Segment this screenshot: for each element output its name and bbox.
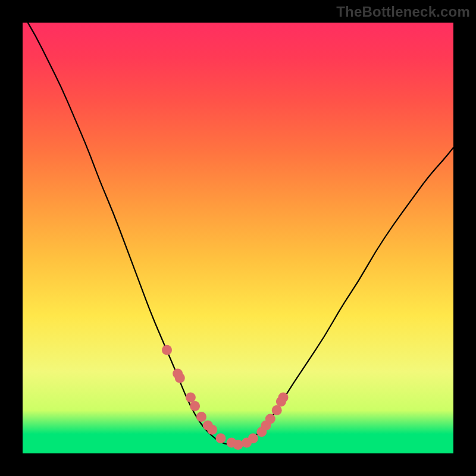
data-marker xyxy=(265,414,275,424)
data-marker xyxy=(207,425,217,435)
data-marker xyxy=(278,392,289,402)
data-marker xyxy=(272,405,282,415)
marker-layer xyxy=(162,345,289,450)
data-marker xyxy=(175,373,185,383)
curve-layer xyxy=(23,23,453,445)
watermark-text: TheBottleneck.com xyxy=(336,4,470,20)
data-marker xyxy=(248,433,258,443)
chart-frame: TheBottleneck.com xyxy=(0,0,476,476)
chart-svg xyxy=(23,23,453,453)
data-marker xyxy=(186,392,196,402)
data-marker xyxy=(216,433,226,443)
data-marker xyxy=(190,401,200,411)
data-marker xyxy=(233,440,243,450)
chart-plot-area xyxy=(23,23,453,453)
data-marker xyxy=(196,412,206,422)
data-marker xyxy=(162,345,172,355)
bottleneck-curve xyxy=(23,23,453,445)
